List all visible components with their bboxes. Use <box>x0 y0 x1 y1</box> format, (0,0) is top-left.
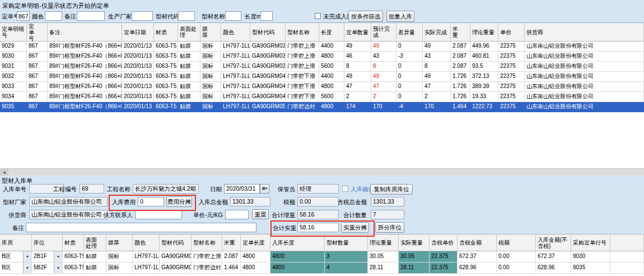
cell: 2020/01/13 <box>122 52 154 62</box>
cell: 0 <box>396 82 423 92</box>
cell: 门带腔边封 <box>286 102 319 112</box>
column-header: 定单长度 <box>241 234 270 251</box>
filter-input-5[interactable] <box>178 11 195 21</box>
cell: 1222.73 <box>470 102 498 112</box>
project-name-label: 工程名称 <box>105 185 130 194</box>
inbound-fee-field[interactable]: 0 <box>138 197 164 206</box>
total-theory-weight-field[interactable]: 58.16 <box>297 210 339 219</box>
total-qty-field[interactable]: 7 <box>371 210 404 219</box>
cell: 22.375 <box>430 263 458 274</box>
cell: 6063-T5 <box>154 82 178 92</box>
dropdown-arrow-icon[interactable]: ▾ <box>54 251 62 262</box>
table-row[interactable]: 903386789#门框型材F26-F40（866+867）2020/01/13… <box>0 82 644 92</box>
tax-field[interactable]: 0.00 <box>297 197 339 206</box>
column-header: 定单日期 <box>122 23 154 42</box>
supplier-field[interactable]: 山东南山铝业股份有限公司 <box>29 210 108 219</box>
scroll-left-icon[interactable]: ◂ <box>0 169 8 176</box>
table-row[interactable]: B区▾5B2F▾6063-T5贴膜国标LH797-1LL0GA90GRM05门带… <box>0 263 644 274</box>
cell: 国标 <box>200 42 221 52</box>
cell: 0 <box>396 62 423 72</box>
supplier-contact-field[interactable] <box>135 210 182 219</box>
column-header: 库房 <box>0 234 32 251</box>
project-no-field[interactable]: 69 <box>80 184 104 194</box>
project-name-field[interactable]: 长沙万科魅力之城4.2期 <box>133 184 199 194</box>
fee-share-button[interactable]: 费用分摊 <box>166 196 192 207</box>
cell: 9035 <box>571 263 610 274</box>
cell: 贴膜 <box>178 62 200 72</box>
total-actual-weight-field[interactable]: 58.16 <box>297 223 339 232</box>
cell: 山东南山铝业股份有限公司 <box>525 92 644 102</box>
cell: 9030 <box>571 251 610 263</box>
filter-input-7[interactable] <box>260 11 273 21</box>
filter-input-6[interactable] <box>225 11 241 21</box>
reset-button[interactable]: 重置 <box>252 209 269 219</box>
table-row[interactable]: 902986789#门框型材F26-F40（866+867）2020/01/13… <box>0 42 644 52</box>
column-header: 实际完成 <box>423 23 451 42</box>
filter-input-4[interactable] <box>132 11 153 21</box>
split-location-button[interactable]: 拆分库位 <box>375 222 404 233</box>
column-header: 理论重量 <box>368 234 399 251</box>
dropdown-arrow-icon[interactable]: ▾ <box>23 263 31 273</box>
cell: 8 <box>344 62 371 72</box>
cell: 867 <box>27 42 48 52</box>
tax-total-label: 含税总金额 <box>336 198 367 206</box>
dropdown-arrow-icon[interactable]: ▾ <box>54 263 62 273</box>
cell: 国标 <box>106 251 133 263</box>
batch-inbound-button[interactable]: 批量入库 <box>386 11 414 22</box>
dropdown-arrow-icon[interactable]: ▾ <box>23 251 31 262</box>
tax-total-field[interactable]: 1301.33 <box>371 197 404 206</box>
inbound-confirm-checkbox[interactable] <box>342 186 348 192</box>
table-row[interactable]: 903586789#门框型材F26-F40（866+867）2020/01/13… <box>0 102 644 112</box>
filter-by-condition-button[interactable]: 按条件筛选 <box>348 11 383 22</box>
column-header: 入库金额(不含税) <box>536 234 571 251</box>
table-row[interactable]: 903086789#门框型材F26-F40（866+867）2020/01/13… <box>0 52 644 62</box>
cell: B区▾ <box>0 263 32 274</box>
cell: 贴膜 <box>178 52 200 62</box>
inbound-total-field[interactable]: 1301.33 <box>230 197 270 206</box>
keeper-field[interactable]: 经理 <box>297 184 339 194</box>
inbound-total-label: 入库总金额 <box>197 198 228 206</box>
column-header: 采购定单行号 <box>571 234 610 251</box>
cell: 6063-T5 <box>154 42 178 52</box>
column-header: 型材代码 <box>160 234 192 251</box>
table-row[interactable]: 903186789#门框型材F26-F40（866+867）2020/01/13… <box>0 62 644 72</box>
cell: 4800 <box>319 52 344 62</box>
column-header: 预计完成 <box>371 23 396 42</box>
cell: LH797-1LL0 <box>221 102 250 112</box>
copy-warehouse-location-button[interactable]: 复制库房库位 <box>370 184 413 195</box>
page-title: 采购定单明细-仅显示状态为开始的定单 <box>2 2 109 10</box>
date-field[interactable]: 2020/03/31 <box>224 184 260 194</box>
cell: 6063-T5 <box>154 62 178 72</box>
cell: 89#门框型材F26-F40（866+867） <box>48 72 122 82</box>
remark-field[interactable] <box>26 223 256 232</box>
table-row[interactable]: 903486789#门框型材F26-F40（866+867）2020/01/13… <box>0 92 644 102</box>
unfinished-inbound-checkbox[interactable] <box>315 13 321 19</box>
cell: 460.81 <box>470 52 498 62</box>
cell: 49 <box>371 72 396 82</box>
actual-weight-share-button[interactable]: 实重分摊 <box>341 222 369 233</box>
cell: LH797-1LL0 <box>221 92 250 102</box>
table-row[interactable]: B区▾2B1F▾6063-T5贴膜国标LH797-1LL0GA90GRM03门带… <box>0 251 644 263</box>
table-row[interactable]: 903286789#门框型材F26-F40（866+867）2020/01/13… <box>0 72 644 82</box>
factory-field[interactable]: 山东南山铝业股份有限公司 <box>29 197 108 206</box>
cell: 2 <box>371 92 396 102</box>
filter-input-2[interactable] <box>45 11 62 21</box>
column-header: 含税单价 <box>430 234 458 251</box>
order-table-hscrollbar[interactable]: ◂ <box>0 168 644 176</box>
filter-input-1[interactable] <box>17 11 30 21</box>
cell: 国标 <box>106 263 133 274</box>
cell: 89#门框型材F26-F40（866+867） <box>48 42 122 52</box>
cell: 2.087 <box>451 62 470 72</box>
cell: 门带腔上滑 <box>192 251 222 263</box>
column-header: 备注 <box>48 23 122 42</box>
date-dropdown-icon[interactable]: ▦▾ <box>260 184 269 194</box>
unit-price-field[interactable] <box>225 210 249 219</box>
cell: 国标 <box>200 62 221 72</box>
cell: 89#门框型材F26-F40（866+867） <box>48 62 122 72</box>
cell: 6063-T5 <box>154 52 178 62</box>
column-header: 材质 <box>154 23 178 42</box>
date-label: 日期 <box>205 185 222 194</box>
cell: 28.11 <box>368 263 399 274</box>
filter-input-3[interactable] <box>77 11 105 21</box>
cell: 867 <box>27 82 48 92</box>
